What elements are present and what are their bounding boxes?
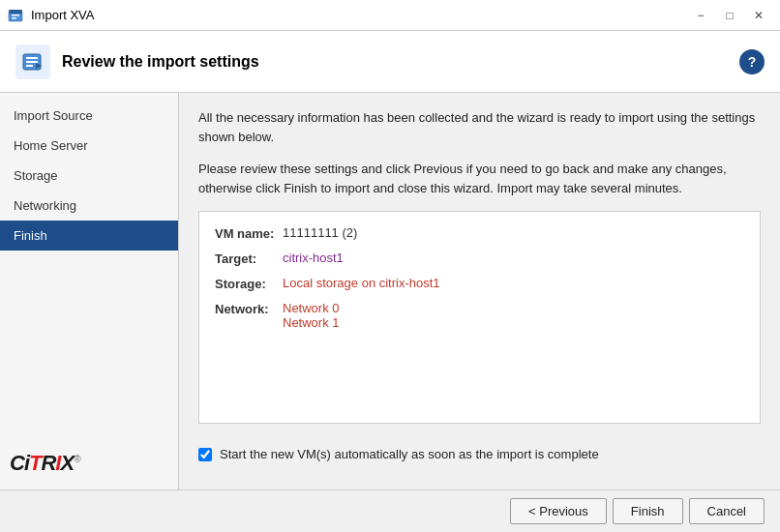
minimize-button[interactable]: − — [687, 6, 714, 25]
network-values: Network 0 Network 1 — [283, 301, 340, 330]
settings-row-target: Target: citrix-host1 — [215, 251, 744, 266]
svg-rect-6 — [26, 61, 38, 63]
citrix-logo-container: CiTRIX® — [10, 451, 80, 476]
wizard-body: Import Source Home Server Storage Networ… — [0, 93, 780, 489]
network-value-1: Network 0 — [283, 301, 340, 315]
svg-rect-1 — [9, 10, 22, 14]
citrix-logo: CiTRIX® — [10, 451, 80, 476]
storage-value: Local storage on citrix-host1 — [283, 276, 440, 290]
target-value: citrix-host1 — [283, 251, 344, 265]
settings-panel: VM name: 11111111 (2) Target: citrix-hos… — [198, 211, 761, 424]
sidebar-item-networking[interactable]: Networking — [0, 191, 178, 221]
sidebar-item-import-source[interactable]: Import Source — [0, 101, 178, 131]
previous-button[interactable]: < Previous — [510, 498, 607, 524]
network-value-2: Network 1 — [283, 315, 340, 330]
window-title: Import XVA — [31, 8, 95, 22]
maximize-button[interactable]: □ — [716, 6, 743, 25]
header-left: Review the import settings — [15, 44, 259, 79]
svg-rect-5 — [26, 57, 38, 59]
network-label: Network: — [215, 301, 283, 316]
svg-rect-2 — [12, 15, 19, 16]
sidebar: Import Source Home Server Storage Networ… — [0, 93, 179, 489]
intro-text-1: All the necessary information has been c… — [198, 108, 761, 146]
wizard-footer: < Previous Finish Cancel — [0, 489, 780, 532]
autostart-row[interactable]: Start the new VM(s) automatically as soo… — [198, 437, 761, 465]
svg-rect-3 — [12, 17, 16, 19]
title-bar-left: Import XVA — [8, 8, 95, 23]
vmname-label: VM name: — [215, 225, 283, 241]
vmname-value: 11111111 (2) — [283, 225, 357, 240]
storage-label: Storage: — [215, 276, 283, 291]
settings-row-storage: Storage: Local storage on citrix-host1 — [215, 276, 744, 291]
wizard-header: Review the import settings ? — [0, 31, 780, 93]
target-label: Target: — [215, 251, 283, 266]
wizard-icon — [15, 44, 50, 79]
sidebar-item-storage[interactable]: Storage — [0, 161, 178, 191]
close-button[interactable]: ✕ — [745, 6, 772, 25]
autostart-checkbox[interactable] — [198, 448, 212, 461]
settings-row-vmname: VM name: 11111111 (2) — [215, 225, 744, 241]
window-icon — [8, 8, 23, 23]
help-button[interactable]: ? — [739, 49, 765, 74]
content-area: All the necessary information has been c… — [179, 93, 780, 489]
sidebar-item-home-server[interactable]: Home Server — [0, 131, 178, 161]
intro-text-2: Please review these settings and click P… — [198, 160, 761, 197]
title-bar: Import XVA − □ ✕ — [0, 0, 780, 31]
wizard-title: Review the import settings — [62, 53, 259, 71]
cancel-button[interactable]: Cancel — [689, 498, 765, 524]
settings-row-network: Network: Network 0 Network 1 — [215, 301, 744, 330]
window-controls[interactable]: − □ ✕ — [687, 6, 772, 25]
svg-rect-7 — [26, 65, 33, 67]
sidebar-item-finish[interactable]: Finish — [0, 221, 178, 251]
finish-button[interactable]: Finish — [613, 498, 683, 524]
autostart-label: Start the new VM(s) automatically as soo… — [220, 447, 599, 461]
